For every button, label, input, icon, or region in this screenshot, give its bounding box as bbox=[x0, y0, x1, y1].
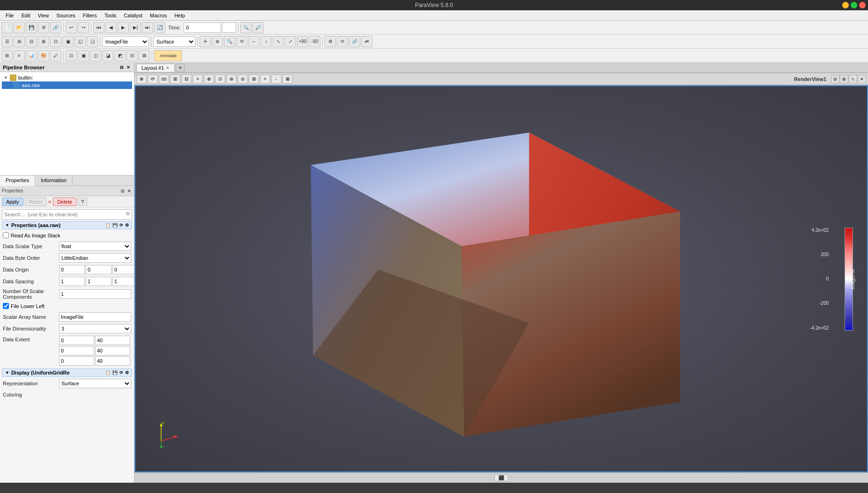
interact-btn1[interactable]: ✛ bbox=[200, 36, 211, 47]
prev-frame-button[interactable]: ◀ bbox=[105, 22, 117, 33]
tb3-btn5[interactable]: 🖊 bbox=[50, 50, 61, 61]
extent-r3c2[interactable] bbox=[95, 356, 130, 366]
render-tb-b5[interactable]: ⊝ bbox=[237, 74, 248, 84]
data-origin-x[interactable] bbox=[59, 265, 85, 274]
props-header-close[interactable]: ✕ bbox=[126, 188, 132, 194]
play-button[interactable]: ▶ bbox=[118, 22, 129, 33]
render-tb-b2[interactable]: ⊕ bbox=[204, 74, 214, 84]
minimize-button[interactable] bbox=[842, 2, 849, 8]
representation-select[interactable]: Surface bbox=[153, 37, 195, 47]
data-scalar-type-select[interactable]: float bbox=[59, 242, 131, 251]
tab-close-icon[interactable]: ✕ bbox=[166, 66, 170, 70]
file-dimensionality-select[interactable]: 3 bbox=[59, 324, 131, 333]
tb3-btn11[interactable]: ⊟ bbox=[126, 50, 138, 61]
render-tb-b4[interactable]: ⊛ bbox=[226, 74, 237, 84]
first-frame-button[interactable]: ⏮ bbox=[93, 22, 104, 33]
menu-tools[interactable]: Tools bbox=[101, 12, 120, 19]
display-section-copy[interactable]: 📋 bbox=[105, 370, 111, 375]
data-spacing-x[interactable] bbox=[59, 277, 85, 286]
interact-btn2[interactable]: ⊕ bbox=[212, 36, 223, 47]
render-tb-b1[interactable]: ⚬ bbox=[193, 74, 203, 84]
redo-button[interactable]: ↪ bbox=[78, 22, 89, 33]
render-tb-b9[interactable]: ⊠ bbox=[282, 74, 293, 84]
add-tab-button[interactable]: + bbox=[176, 64, 185, 72]
menu-filters[interactable]: Filters bbox=[79, 12, 101, 19]
reset-button[interactable]: Reset bbox=[25, 198, 47, 206]
reset-cam-btn[interactable]: ⟳ bbox=[337, 36, 348, 47]
open-button[interactable]: 📂 bbox=[14, 22, 25, 33]
viewport[interactable]: 4.2e+02 200 0 -200 -4.2e+02 ImageFile Y bbox=[134, 85, 868, 472]
extent-r1c2[interactable] bbox=[95, 336, 130, 345]
menu-edit[interactable]: Edit bbox=[18, 12, 34, 19]
loop-button[interactable]: 🔄 bbox=[154, 22, 165, 33]
tb2-btn4[interactable]: ⊠ bbox=[38, 36, 49, 47]
tab-properties[interactable]: Properties bbox=[0, 176, 35, 186]
last-frame-button[interactable]: ⏭ bbox=[142, 22, 153, 33]
tb3-btn1[interactable]: ⊞ bbox=[1, 50, 13, 61]
new-button[interactable]: 📄 bbox=[1, 22, 13, 33]
extent-r2c2[interactable] bbox=[95, 346, 130, 355]
interact-btn3[interactable]: 🔍 bbox=[224, 36, 235, 47]
interact-btn6[interactable]: ↕ bbox=[260, 36, 272, 47]
tab-information[interactable]: Information bbox=[35, 176, 73, 185]
num-scalar-input[interactable] bbox=[59, 289, 131, 299]
settings-btn[interactable]: ⚙ bbox=[325, 36, 336, 47]
render-tb-b3[interactable]: ⊙ bbox=[215, 74, 225, 84]
section-refresh[interactable]: ⟳ bbox=[119, 223, 123, 228]
extent-r2c1[interactable] bbox=[59, 346, 94, 355]
render-maximize[interactable]: ⤡ bbox=[849, 75, 857, 83]
pipeline-header-settings[interactable]: ⊟ bbox=[119, 65, 125, 70]
bottom-expand-btn[interactable]: ⬛ bbox=[494, 474, 508, 481]
data-byte-order-select[interactable]: LittleEndian bbox=[59, 253, 131, 263]
menu-view[interactable]: View bbox=[34, 12, 53, 19]
render-axes-btn[interactable]: ⊞ bbox=[170, 74, 180, 84]
tb2-btn3[interactable]: ⊟ bbox=[26, 36, 37, 47]
connect-button[interactable]: 🔗 bbox=[50, 22, 61, 33]
menu-macros[interactable]: Macros bbox=[146, 12, 171, 19]
maximize-button[interactable] bbox=[851, 2, 857, 8]
layout-tab-1[interactable]: Layout #1 ✕ bbox=[136, 64, 175, 72]
tb3-btn6[interactable]: ⊡ bbox=[66, 50, 77, 61]
zoom-in-button[interactable]: 🔎 bbox=[252, 22, 264, 33]
data-origin-z[interactable] bbox=[112, 265, 134, 274]
apply-button[interactable]: Apply bbox=[2, 198, 23, 206]
menu-file[interactable]: File bbox=[2, 12, 18, 19]
render-split-h[interactable]: ⊟ bbox=[831, 75, 839, 83]
display-section-save[interactable]: 💾 bbox=[112, 370, 118, 375]
pipeline-builtin-item[interactable]: ▼ builtin: bbox=[2, 74, 132, 81]
pipeline-select[interactable]: ImageFile bbox=[102, 37, 149, 47]
interact-btn10[interactable]: -90 bbox=[309, 36, 320, 47]
interact-btn4[interactable]: ⟲ bbox=[236, 36, 247, 47]
tb3-btn2[interactable]: ≡ bbox=[14, 50, 25, 61]
render-interact-btn[interactable]: ⊕ bbox=[136, 74, 147, 84]
render-reset-btn[interactable]: ⟳ bbox=[148, 74, 158, 84]
display-section-header[interactable]: ▼ Display (UniformGridRe 📋 💾 ⟳ ⚙ bbox=[2, 368, 132, 377]
tb3-annotate[interactable]: Annotate bbox=[154, 50, 182, 61]
save-button[interactable]: 💾 bbox=[26, 22, 37, 33]
render-tb-b7[interactable]: + bbox=[260, 74, 270, 84]
tb2-btn5[interactable]: ⊡ bbox=[50, 36, 61, 47]
tb3-btn9[interactable]: ◪ bbox=[102, 50, 113, 61]
interact-btn5[interactable]: ↔ bbox=[248, 36, 260, 47]
tb2-btn6[interactable]: ▣ bbox=[62, 36, 74, 47]
delete-button[interactable]: Delete bbox=[53, 198, 76, 206]
scalar-array-name-input[interactable] bbox=[59, 312, 131, 322]
section-copy[interactable]: 📋 bbox=[105, 223, 111, 228]
menu-sources[interactable]: Sources bbox=[52, 12, 79, 19]
display-section-refresh[interactable]: ⟳ bbox=[119, 370, 123, 375]
tb3-btn10[interactable]: ◩ bbox=[114, 50, 126, 61]
next-frame-button[interactable]: ▶| bbox=[130, 22, 141, 33]
interact-btn8[interactable]: ⤢ bbox=[285, 36, 296, 47]
read-image-stack-checkbox[interactable] bbox=[3, 232, 9, 238]
section-save[interactable]: 💾 bbox=[112, 223, 118, 228]
tb3-btn8[interactable]: ◫ bbox=[90, 50, 101, 61]
cam-link-btn[interactable]: 🔗 bbox=[349, 36, 360, 47]
time-input[interactable] bbox=[184, 22, 221, 33]
close-button[interactable] bbox=[859, 2, 866, 8]
tb2-btn1[interactable]: ☰ bbox=[1, 36, 13, 47]
render-tb-b6[interactable]: ⊞ bbox=[249, 74, 259, 84]
pipeline-file-item[interactable]: aaa.raw bbox=[2, 81, 132, 89]
undo-button[interactable]: ↩ bbox=[66, 22, 77, 33]
pipeline-header-close[interactable]: ✕ bbox=[126, 65, 131, 70]
tb3-btn4[interactable]: 🎨 bbox=[38, 50, 49, 61]
